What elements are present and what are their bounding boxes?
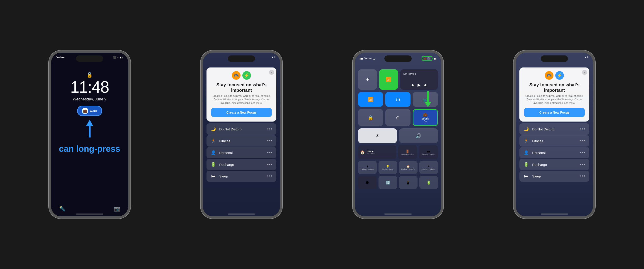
flashlight-icon[interactable]: 🔦 (59, 206, 65, 212)
list-item-dnd[interactable]: 🌙 Do Not Disturb ••• (206, 123, 276, 135)
bluetooth-icon: ⬡ (396, 97, 400, 102)
forward-icon[interactable]: ⏭ (424, 83, 428, 88)
front-door-icon: 🚪 (406, 149, 409, 153)
phone-4-frame: ▲ ▮ × 🎮 ⚡ Stay focused on what's importa… (514, 51, 595, 218)
record-icon: ⊙ (396, 115, 400, 120)
focus-list-2: 🌙 Do Not Disturb ••• 🏃 Fitness ••• (516, 122, 593, 184)
control-center-screen: ▮▮▮ Verizon ▲ 💼 2 ▮▮ (355, 53, 441, 216)
wifi-status: ▲ (272, 56, 274, 58)
kitchen-cans-tile[interactable]: 💡 Kitchen Cans (378, 161, 397, 174)
kitchen-home-tile[interactable]: 🏠 Kitchen HomeP... (399, 161, 418, 174)
play-icon[interactable]: ▶ (418, 83, 421, 88)
volume-tile[interactable]: 🔊 (399, 128, 438, 143)
list-item-recharge-2[interactable]: 🔋 Recharge ••• (520, 159, 589, 170)
battery-tile-icon: 🔋 (426, 180, 431, 185)
hallway-tile[interactable]: 🌡 Hallway ecobee (358, 161, 377, 174)
cc-status-bar: ▮▮▮ Verizon ▲ 💼 2 ▮▮ (355, 56, 441, 61)
list-item-recharge[interactable]: 🔋 Recharge ••• (206, 159, 276, 170)
garage-tile[interactable]: 🏘 Garage Perch... (419, 145, 438, 159)
brightness-tile[interactable]: ☀ (358, 128, 397, 143)
cc-row-7: ⏺ 🔢 📱 🔋 (358, 176, 438, 189)
rewind-icon[interactable]: ⏮ (411, 83, 415, 88)
battery-cc: ▮▮ (434, 57, 436, 60)
lock-date: Wednesday, June 9 (72, 97, 106, 102)
phone-1-screen: Verizon ⬛ ▲ ▮▮ 🔓 11:48 Wednesday, June 9… (51, 53, 128, 216)
cellular-tile[interactable]: 📶 (379, 69, 398, 90)
list-item-fitness-2[interactable]: 🏃 Fitness ••• (520, 135, 589, 147)
home-indicator-cc (384, 213, 412, 214)
list-item-personal[interactable]: 👤 Personal ••• (206, 147, 276, 158)
volume-icon: 🔊 (416, 133, 422, 139)
battery-icon: ▮▮ (120, 56, 123, 59)
focus-menu-screen-2: ▲ ▮ × 🎮 ⚡ Stay focused on what's importa… (516, 53, 593, 216)
fitness-dots[interactable]: ••• (267, 139, 273, 143)
garage-label: Garage Perch... (422, 153, 435, 155)
work-focus-label: Work (422, 117, 429, 120)
screen-lock-tile[interactable]: 🔒 (358, 109, 383, 126)
work-focus-tile[interactable]: 💼 Work On (413, 109, 438, 126)
hallway-icon: 🌡 (366, 165, 369, 168)
create-new-focus-button-2[interactable]: Create a New Focus (524, 108, 585, 117)
cc-row-1: ✈ 📶 Not Playing ⏮ ▶ (358, 69, 438, 90)
dnd-dots-2[interactable]: ••• (580, 127, 586, 132)
close-icon-2: × (584, 71, 585, 74)
sleep-dots[interactable]: ••• (267, 174, 273, 179)
sleep-dots-2[interactable]: ••• (580, 174, 586, 179)
record-big-icon: ⏺ (365, 180, 370, 185)
wifi-tile[interactable]: 📶 (358, 92, 383, 107)
create-new-focus-button[interactable]: Create a New Focus (211, 108, 272, 117)
recording-icon: ⬛ (113, 56, 116, 59)
calculator-icon: 🔢 (386, 180, 390, 185)
list-item-sleep-2[interactable]: 🛏 Sleep ••• (520, 171, 589, 182)
camera-icon[interactable]: 📷 (114, 206, 120, 212)
focus-icon-4: ⚡ (555, 71, 564, 80)
home-icon: 🏠 (360, 150, 365, 154)
sleep-icon: 🛏 (210, 174, 216, 179)
personal-dots-2[interactable]: ••• (580, 150, 586, 155)
recharge-label-2: Recharge (532, 163, 547, 167)
lock-screen: Verizon ⬛ ▲ ▮▮ 🔓 11:48 Wednesday, June 9… (51, 53, 128, 216)
kitchen-fridge-tile[interactable]: ❄ Kitchen Fridge... (419, 161, 438, 174)
list-item-left-f2: 🏃 Fitness (523, 138, 543, 143)
list-item-left-r2: 🔋 Recharge (523, 162, 547, 167)
focus-badge[interactable]: 💼 Work (77, 106, 102, 116)
recharge-dots[interactable]: ••• (267, 162, 273, 167)
calculator-tile[interactable]: 🔢 (378, 176, 397, 189)
home-tile[interactable]: 🏠 Home Favorites (358, 145, 396, 159)
close-button[interactable]: × (269, 70, 274, 75)
personal-dots[interactable]: ••• (267, 150, 273, 155)
not-playing-label: Not Playing (404, 72, 435, 76)
arrow-annotation (86, 120, 93, 137)
home-indicator-4 (541, 213, 568, 214)
list-item-left: 🔋 Recharge (210, 162, 234, 167)
phone-2-screen: ▲ ▮ × 🎮 ⚡ Stay focused on what's importa… (203, 53, 280, 216)
kitchen-home-label: Kitchen HomeP... (401, 168, 415, 170)
signal-area: ▮▮▮ Verizon ▲ (360, 57, 375, 60)
sleep-icon-2: 🛏 (523, 174, 530, 179)
focus-header-card: × 🎮 ⚡ Stay focused on what's important C… (206, 68, 276, 122)
status-icons: ⬛ ▲ ▮▮ (113, 56, 123, 59)
close-button-2[interactable]: × (582, 70, 587, 75)
home-label: Home (367, 150, 375, 152)
remote-tile[interactable]: 📱 (399, 176, 418, 189)
front-door-tile[interactable]: 🚪 Foyer Front D... (398, 145, 417, 159)
wifi-cc: ▲ (373, 57, 375, 60)
list-item-left: 👤 Personal (210, 150, 232, 155)
list-item-left: 🌙 Do Not Disturb (210, 127, 242, 132)
battery-tile[interactable]: 🔋 (419, 176, 438, 189)
dnd-dots[interactable]: ••• (267, 127, 273, 132)
fitness-dots-2[interactable]: ••• (580, 139, 586, 143)
recharge-dots-2[interactable]: ••• (580, 162, 586, 167)
list-item-fitness[interactable]: 🏃 Fitness ••• (206, 135, 276, 147)
bluetooth-tile[interactable]: ⬡ (385, 92, 410, 107)
recharge-label: Recharge (219, 163, 234, 167)
carrier-label: Verizon (56, 56, 65, 59)
airplane-tile[interactable]: ✈ (358, 69, 377, 90)
focus-icon-3: 🎮 (545, 71, 554, 80)
not-playing-tile[interactable]: Not Playing ⏮ ▶ ⏭ (400, 69, 438, 90)
list-item-dnd-2[interactable]: 🌙 Do Not Disturb ••• (520, 123, 589, 135)
list-item-sleep[interactable]: 🛏 Sleep ••• (206, 171, 276, 182)
screen-record-tile[interactable]: ⊙ (385, 109, 410, 126)
record-big-tile[interactable]: ⏺ (358, 176, 377, 189)
list-item-personal-2[interactable]: 👤 Personal ••• (520, 147, 589, 158)
